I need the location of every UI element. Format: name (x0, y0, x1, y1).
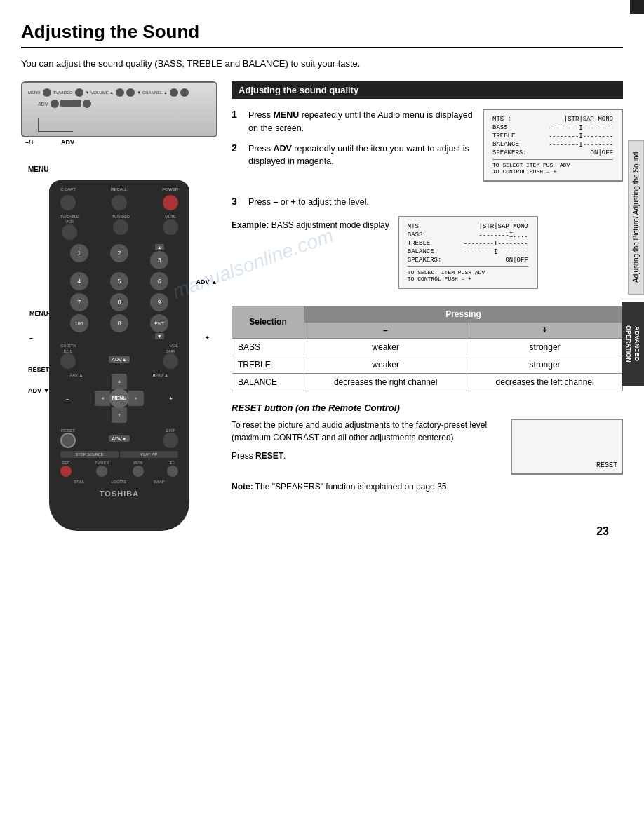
sur-group: SUR (163, 349, 178, 369)
btn-9[interactable]: 9 (150, 293, 168, 311)
reset-text-area: To reset the picture and audio adjustmen… (232, 419, 495, 475)
osd2-treble-bar: --------I-------- (464, 240, 528, 247)
tvcable-label: TV/CABLE (60, 215, 79, 219)
tv-front-panel: MENU TV/VIDEO ▼ VOLUME ▲ ▼ CHANNEL ▲ ADV (21, 81, 217, 137)
stop-source-btn[interactable]: STOP SOURCE (60, 451, 119, 458)
rec-group: REC (60, 461, 72, 477)
osd-row-treble: TREBLE --------I-------- (492, 133, 613, 140)
plus-side-label: + (206, 335, 209, 342)
btn-2[interactable]: 2 (110, 244, 128, 262)
col-pressing-header: Pressing (304, 306, 623, 322)
mute-btn[interactable] (163, 219, 178, 235)
remote-top-btns (60, 195, 178, 210)
ff-label: FF (170, 461, 175, 465)
bass-minus: weaker (304, 338, 467, 356)
recall-btn[interactable] (112, 195, 127, 210)
note-text: Note: The "SPEAKERS" function is explain… (232, 475, 623, 492)
reset-box-label: RESET (596, 461, 617, 469)
tv-menu-btn[interactable] (43, 88, 51, 97)
corner-decoration (630, 0, 644, 14)
btn-3-ch-group: ▲ 3 (141, 244, 178, 269)
btn-8[interactable]: 8 (110, 293, 128, 311)
osd2-row-treble: TREBLE --------I-------- (408, 240, 528, 247)
ff-btn[interactable] (167, 466, 178, 477)
example-area: Example: BASS adjustment mode display MT… (232, 216, 623, 296)
tv-tvvideo-btn[interactable] (75, 88, 83, 97)
nav-right-btn[interactable]: ► (128, 391, 144, 406)
btn-ent[interactable]: ENT (150, 314, 168, 332)
play-pip-btn[interactable]: PLAY PIP (120, 451, 178, 458)
osd2-bass-bar: --------I.... (478, 231, 528, 238)
tvvcr-btn[interactable] (96, 466, 107, 477)
mute-label: MUTE (165, 215, 176, 219)
vcr-controls-row: REC TV/VCR REW FF (60, 461, 178, 477)
reset-para1: To reset the picture and audio adjustmen… (232, 419, 495, 444)
osd-row-balance: BALANCE --------I-------- (492, 141, 613, 148)
nav-left-btn[interactable]: ◄ (95, 391, 110, 406)
power-btn[interactable] (163, 195, 178, 210)
rec-btn[interactable] (60, 466, 72, 477)
osd2-row-mts: MTS |STR|SAP MONO (408, 223, 528, 230)
btn-5[interactable]: 5 (110, 272, 128, 290)
adv-down-btn[interactable]: ADV▼ (109, 435, 129, 442)
tv-plus-btn[interactable] (83, 100, 91, 108)
btn-4[interactable]: 4 (70, 272, 88, 290)
step-2-number: 2 (232, 142, 243, 169)
step1-area: 1 Press MENU repeatedly until the Audio … (232, 109, 623, 189)
chrtn-label: CH RTN (60, 344, 76, 348)
step-2-text: Press ADV repeatedly until the item you … (248, 142, 474, 169)
col-plus-header: + (467, 322, 623, 338)
nav-cross-container: FAV ▲ ■FAV ▲ – + ▲ ▼ ◄ ► MENU (60, 372, 178, 424)
eds-adv-sur-row: EDS ADV▲ SUR (60, 349, 178, 369)
tv-ch-down-btn[interactable] (170, 88, 178, 97)
btn-6[interactable]: 6 (150, 272, 168, 290)
rew-btn[interactable] (133, 466, 144, 477)
treble-minus: weaker (304, 356, 467, 373)
btn-3[interactable]: 3 (150, 251, 168, 269)
reset-exit-row: RESET ADV▼ EXIT (60, 428, 178, 448)
nav-up-btn[interactable]: ▲ (112, 374, 127, 389)
tvvideo-btn[interactable] (113, 219, 128, 235)
tvcable-btn[interactable] (62, 224, 77, 240)
ff-group: FF (167, 461, 178, 477)
tv-vol-down-btn[interactable] (116, 88, 124, 97)
page-container: Adjusting the Sound You can adjust the s… (0, 0, 644, 552)
rew-group: REW (133, 461, 144, 477)
nav-down-btn[interactable]: ▼ (112, 407, 127, 423)
reset-para2: Press RESET. (232, 450, 495, 462)
tvvcr-label: TV/VCR (95, 461, 109, 465)
page-number: 23 (596, 525, 609, 538)
sur-btn[interactable] (163, 353, 178, 369)
step-2: 2 Press ADV repeatedly until the item yo… (232, 142, 474, 169)
treble-plus: stronger (467, 356, 623, 373)
tv-channel-label: ▼ CHANNEL ▲ (137, 90, 168, 95)
ch-up-small[interactable]: ▲ (155, 244, 164, 250)
osd2-speakers-value: ON|OFF (505, 257, 528, 264)
tv-front-top-row: MENU TV/VIDEO ▼ VOLUME ▲ ▼ CHANNEL ▲ (28, 88, 210, 97)
btn-7[interactable]: 7 (70, 293, 88, 311)
btn-100[interactable]: 100 (70, 314, 88, 332)
tv-adv-btn[interactable] (51, 100, 59, 108)
rec-label: REC (62, 461, 70, 465)
osd-screen-2: MTS |STR|SAP MONO BASS --------I.... TRE… (398, 216, 538, 289)
tvcable-group: TV/CABLE VCR (60, 215, 79, 240)
table-row-bass: BASS weaker stronger (232, 338, 623, 356)
osd2-mts-value: |STR|SAP MONO (479, 223, 528, 230)
left-panel: MENU TV/VIDEO ▼ VOLUME ▲ ▼ CHANNEL ▲ ADV (21, 81, 217, 531)
exit-btn[interactable] (163, 433, 178, 448)
osd-footer-1: TO SELECT ITEM PUSH ADV TO CONTROL PUSH … (492, 159, 613, 175)
toshiba-logo: TOSHIBA (60, 489, 178, 498)
vol-down-small[interactable]: ▼ (155, 333, 164, 339)
balance-selection: BALANCE (232, 373, 304, 391)
ccapt-btn[interactable] (60, 195, 76, 210)
osd-footer-line2: TO CONTROL PUSH – + (492, 168, 613, 175)
btn-0[interactable]: 0 (110, 314, 128, 332)
eds-btn[interactable] (60, 353, 76, 369)
minus-side-label: – (29, 335, 33, 342)
tv-vol-up-btn[interactable] (126, 88, 135, 97)
reset-btn[interactable] (60, 433, 76, 448)
adv-up-btn[interactable]: ADV▲ (109, 356, 129, 363)
nav-center-menu-btn[interactable]: MENU (109, 389, 129, 408)
btn-1[interactable]: 1 (70, 244, 88, 262)
tv-ch-up-btn[interactable] (180, 88, 189, 97)
